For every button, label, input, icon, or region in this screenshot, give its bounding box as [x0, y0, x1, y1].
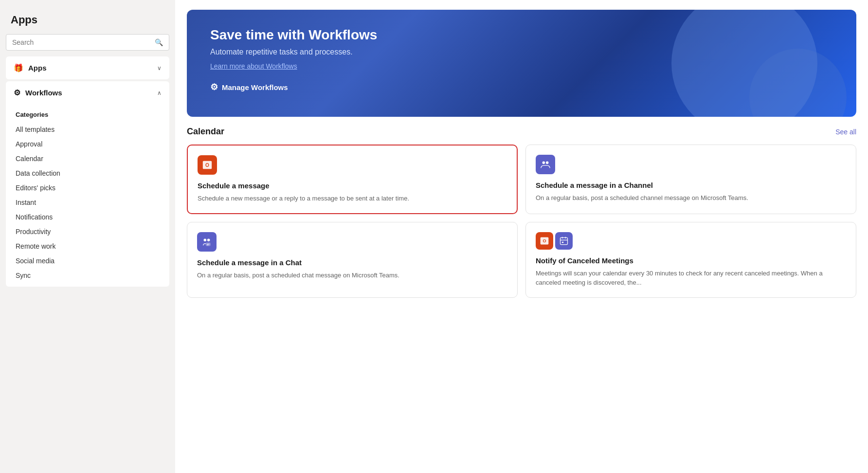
calendar-section: Calendar See all O Schedule a message Sc… — [175, 127, 868, 309]
card-schedule-message-title: Schedule a message — [198, 182, 507, 190]
hero-learn-more-link[interactable]: Learn more about Workflows — [210, 62, 833, 70]
svg-rect-10 — [562, 241, 563, 243]
double-icon: O — [536, 232, 846, 250]
category-calendar[interactable]: Calendar — [6, 151, 169, 166]
card-notify-canceled-desc: Meetings will scan your calendar every 3… — [536, 269, 846, 288]
apps-icon: 🎁 — [14, 63, 23, 73]
page-title: Apps — [6, 10, 169, 34]
svg-point-5 — [207, 238, 210, 241]
office-icon: O — [198, 155, 217, 175]
card-schedule-message-desc: Schedule a new message or a reply to a m… — [198, 194, 507, 203]
svg-text:O: O — [542, 238, 546, 243]
section-title: Calendar — [187, 127, 224, 137]
category-all-templates[interactable]: All templates — [6, 122, 169, 137]
svg-point-4 — [204, 238, 207, 241]
office-icon-2: O — [536, 232, 553, 250]
hero-subtitle: Automate repetitive tasks and processes. — [210, 48, 833, 56]
categories-title: Categories — [6, 108, 169, 122]
see-all-link[interactable]: See all — [835, 128, 856, 136]
category-instant[interactable]: Instant — [6, 195, 169, 210]
workflows-nav-left: ⚙ Workflows — [14, 88, 62, 97]
hero-banner: Save time with Workflows Automate repeti… — [187, 10, 856, 117]
categories-section: Categories All templates Approval Calend… — [6, 104, 169, 287]
apps-nav-header[interactable]: 🎁 Apps ∨ — [6, 56, 169, 79]
category-approval[interactable]: Approval — [6, 137, 169, 151]
apps-nav-section: 🎁 Apps ∨ — [6, 56, 169, 79]
category-sync[interactable]: Sync — [6, 268, 169, 283]
card-schedule-channel[interactable]: Schedule a message in a Channel On a reg… — [525, 145, 856, 214]
sidebar: Apps 🔍 🎁 Apps ∨ ⚙ Workflows ∧ Categories… — [0, 0, 175, 473]
card-notify-canceled-title: Notify of Canceled Meetings — [536, 256, 846, 265]
workflows-nav-section: ⚙ Workflows ∧ Categories All templates A… — [6, 81, 169, 287]
svg-rect-9 — [561, 237, 568, 244]
hero-title: Save time with Workflows — [210, 27, 833, 43]
apps-chevron-icon: ∨ — [157, 65, 162, 72]
category-notifications[interactable]: Notifications — [6, 210, 169, 224]
card-schedule-chat[interactable]: Schedule a message in a Chat On a regula… — [187, 222, 518, 298]
card-schedule-message[interactable]: O Schedule a message Schedule a new mess… — [187, 145, 518, 214]
search-input[interactable] — [12, 38, 151, 46]
search-box[interactable]: 🔍 — [6, 34, 169, 51]
apps-nav-left: 🎁 Apps — [14, 63, 47, 73]
teams-channel-icon — [536, 155, 555, 174]
cards-grid: O Schedule a message Schedule a new mess… — [187, 145, 856, 298]
search-icon: 🔍 — [155, 38, 163, 46]
section-header: Calendar See all — [187, 127, 856, 137]
workflows-nav-header[interactable]: ⚙ Workflows ∧ — [6, 81, 169, 104]
category-social-media[interactable]: Social media — [6, 254, 169, 268]
manage-workflows-button[interactable]: ⚙ Manage Workflows — [210, 82, 288, 92]
svg-point-3 — [546, 162, 549, 164]
svg-rect-6 — [206, 242, 210, 245]
svg-point-2 — [542, 162, 545, 164]
card-schedule-chat-title: Schedule a message in a Chat — [197, 258, 507, 267]
workflows-nav-label: Workflows — [25, 89, 62, 97]
workflows-icon: ⚙ — [14, 88, 20, 97]
card-schedule-channel-title: Schedule a message in a Channel — [536, 181, 846, 189]
category-remote-work[interactable]: Remote work — [6, 239, 169, 254]
card-schedule-chat-desc: On a regular basis, post a scheduled cha… — [197, 271, 507, 280]
calendar-icon — [555, 232, 573, 250]
category-data-collection[interactable]: Data collection — [6, 166, 169, 181]
workflows-chevron-icon: ∧ — [157, 90, 162, 96]
category-productivity[interactable]: Productivity — [6, 224, 169, 239]
main-content: Save time with Workflows Automate repeti… — [175, 0, 868, 473]
category-editors-picks[interactable]: Editors' picks — [6, 181, 169, 195]
card-schedule-channel-desc: On a regular basis, post a scheduled cha… — [536, 193, 846, 203]
teams-chat-icon — [197, 232, 217, 252]
card-notify-canceled[interactable]: O Notify of Canceled Meetings Meetings w… — [525, 222, 856, 298]
svg-text:O: O — [205, 163, 209, 168]
gear-icon: ⚙ — [210, 82, 218, 92]
manage-workflows-label: Manage Workflows — [222, 83, 288, 91]
apps-nav-label: Apps — [28, 64, 47, 72]
